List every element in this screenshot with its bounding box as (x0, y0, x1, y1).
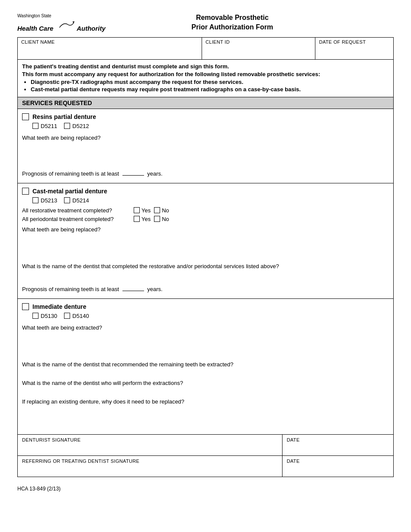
authority-icon (58, 19, 75, 31)
referring-sig-cell: REFERRING OR TREATING DENTIST SIGNATURE (18, 456, 283, 477)
immediate-checkbox[interactable] (22, 303, 29, 310)
restorative-yes-checkbox[interactable] (134, 207, 140, 213)
periodontal-no-checkbox[interactable] (154, 216, 160, 222)
denturist-date-cell: DATE (283, 435, 393, 455)
logo-line2: Health Care Authority (17, 19, 106, 33)
d5211-checkbox[interactable] (32, 123, 39, 129)
logo-line1: Washington State (17, 13, 106, 19)
client-name-label: CLIENT NAME (21, 39, 198, 45)
cast-metal-q2: What is the name of the dentist that com… (22, 261, 389, 282)
periodontal-no-label: No (162, 216, 169, 222)
resins-title: Resins partial denture (32, 113, 96, 120)
date-of-request-cell: DATE OF REQUEST (315, 38, 393, 59)
immediate-q4: If replacing an existing denture, why do… (22, 397, 389, 426)
periodontal-question: All periodontal treatment completed? (22, 216, 130, 222)
bullet2: Cast-metal partial denture requests may … (31, 86, 389, 93)
cast-metal-q2-label: What is the name of the dentist that com… (22, 263, 389, 269)
main-form: CLIENT NAME CLIENT ID DATE OF REQUEST Th… (17, 37, 394, 477)
service-resins: Resins partial denture D5211 D5212 What … (18, 109, 393, 183)
resins-q1-label: What teeth are being replaced? (22, 135, 389, 141)
denturist-sig-cell: DENTURIST SIGNATURE (18, 435, 283, 455)
immediate-codes: D5130 D5140 (32, 313, 389, 319)
instruction-line2: This form must accompany any request for… (22, 71, 320, 77)
cast-metal-codes: D5213 D5214 (32, 197, 389, 204)
service-cast-metal: Cast-metal partial denture D5213 D5214 A… (18, 183, 393, 299)
resins-codes: D5211 D5212 (32, 123, 389, 129)
restorative-no-checkbox[interactable] (154, 207, 160, 213)
immediate-title: Immediate denture (32, 303, 86, 310)
immediate-q1-label: What teeth are being extracted? (22, 324, 389, 331)
cast-metal-q1: What teeth are being replaced? (22, 224, 389, 259)
form-number: HCA 13-849 (2/13) (17, 486, 61, 492)
instruction-bullets: Diagnostic pre-TX radiographs must accom… (31, 79, 389, 93)
denturist-sig-label: DENTURIST SIGNATURE (22, 437, 278, 442)
resins-q1: What teeth are being replaced? (22, 133, 389, 167)
services-header: SERVICES REQUESTED (18, 97, 393, 109)
service-immediate: Immediate denture D5130 D5140 What teeth… (18, 299, 393, 434)
d5212-label: D5212 (72, 123, 89, 129)
referring-sig-label: REFERRING OR TREATING DENTIST SIGNATURE (22, 458, 278, 464)
immediate-q4-label: If replacing an existing denture, why do… (22, 398, 389, 405)
cast-metal-title: Cast-metal partial denture (32, 188, 107, 195)
restorative-no-label: No (162, 207, 169, 214)
periodontal-yes-label: Yes (141, 216, 151, 222)
referring-date-cell: DATE (283, 456, 393, 477)
restorative-question: All restorative treatment completed? (22, 207, 130, 214)
immediate-q2: What is the name of the dentist that rec… (22, 359, 389, 375)
bullet1: Diagnostic pre-TX radiographs must accom… (31, 79, 389, 85)
logo-area: Washington State Health Care Authority (17, 13, 106, 33)
referring-date-label: DATE (287, 458, 389, 464)
d5140-label: D5140 (72, 313, 89, 319)
cast-metal-checkbox[interactable] (22, 188, 29, 195)
periodontal-yes-checkbox[interactable] (134, 216, 140, 222)
immediate-q1: What teeth are being extracted? (22, 323, 389, 357)
page-header: Washington State Health Care Authority R… (17, 13, 394, 33)
immediate-q3-label: What is the name of the dentist who will… (22, 380, 389, 386)
form-title: Removable Prosthetic Prior Authorization… (106, 13, 359, 32)
resins-prognosis: Prognosis of remaining teeth is at least… (22, 170, 389, 177)
resins-checkbox[interactable] (22, 113, 29, 120)
d5214-label: D5214 (72, 197, 89, 204)
denturist-date-label: DATE (287, 437, 389, 442)
d5214-checkbox[interactable] (64, 197, 70, 203)
client-name-cell: CLIENT NAME (18, 38, 202, 59)
d5213-checkbox[interactable] (32, 197, 39, 203)
client-id-cell: CLIENT ID (202, 38, 315, 59)
referring-sig-row: REFERRING OR TREATING DENTIST SIGNATURE … (18, 455, 393, 477)
client-id-label: CLIENT ID (206, 39, 311, 45)
instructions-row: The patient's treating dentist and dentu… (18, 60, 393, 97)
date-of-request-label: DATE OF REQUEST (319, 39, 390, 45)
d5212-checkbox[interactable] (64, 123, 70, 129)
d5130-checkbox[interactable] (32, 313, 39, 319)
cast-metal-prognosis: Prognosis of remaining teeth is at least… (22, 286, 389, 292)
periodontal-yn-row: All periodontal treatment completed? Yes… (22, 216, 389, 222)
denturist-sig-row: DENTURIST SIGNATURE DATE (18, 434, 393, 455)
restorative-yn-row: All restorative treatment completed? Yes… (22, 207, 389, 214)
d5130-label: D5130 (41, 313, 57, 319)
immediate-q2-label: What is the name of the dentist that rec… (22, 361, 389, 368)
restorative-yes-label: Yes (141, 207, 151, 214)
footer: HCA 13-849 (2/13) (17, 486, 394, 492)
info-row: CLIENT NAME CLIENT ID DATE OF REQUEST (18, 38, 393, 60)
d5140-checkbox[interactable] (64, 313, 70, 319)
d5211-label: D5211 (41, 123, 57, 129)
immediate-q3: What is the name of the dentist who will… (22, 378, 389, 394)
d5213-label: D5213 (41, 197, 57, 204)
cast-metal-q1-label: What teeth are being replaced? (22, 226, 389, 233)
instruction-line1: The patient's treating dentist and dentu… (22, 63, 229, 70)
